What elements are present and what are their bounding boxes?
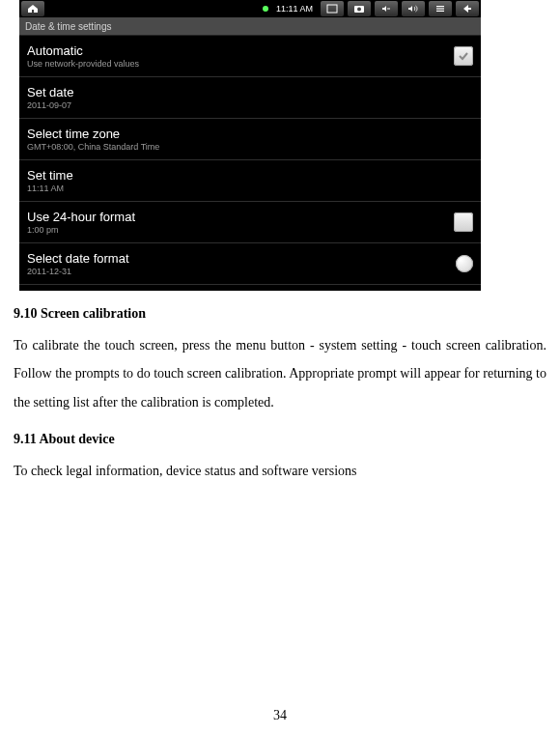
- row-set-date[interactable]: Set date 2011-09-07: [19, 77, 481, 119]
- settings-title-bar: Date & time settings: [19, 17, 481, 36]
- svg-rect-6: [436, 11, 444, 12]
- row-sub: 2011-12-31: [27, 267, 129, 276]
- row-24hour[interactable]: Use 24-hour format 1:00 pm: [19, 202, 481, 243]
- svg-point-2: [357, 8, 361, 12]
- row-sub: 2011-09-07: [27, 100, 73, 110]
- camera-icon: [353, 4, 365, 14]
- home-icon: [27, 4, 39, 14]
- camera-button[interactable]: [348, 1, 371, 16]
- svg-rect-0: [327, 5, 337, 13]
- home-button[interactable]: [21, 1, 44, 16]
- para-911: To check legal information, device statu…: [14, 457, 546, 485]
- menu-icon: [434, 4, 446, 14]
- row-set-time[interactable]: Set time 11:11 AM: [19, 160, 481, 202]
- row-sub: Use network-provided values: [27, 59, 139, 69]
- row-time-zone[interactable]: Select time zone GMT+08:00, China Standa…: [19, 119, 481, 160]
- row-title: Use 24-hour format: [27, 210, 135, 224]
- vol-up-button[interactable]: [402, 1, 425, 16]
- clock: 11:11 AM: [272, 4, 317, 14]
- row-automatic[interactable]: Automatic Use network-provided values: [19, 36, 481, 77]
- status-dot-icon: [263, 6, 268, 12]
- svg-rect-3: [387, 9, 390, 10]
- settings-title: Date & time settings: [25, 21, 111, 32]
- heading-910: 9.10 Screen calibration: [14, 306, 546, 322]
- status-bar: 11:11 AM: [19, 0, 481, 17]
- rect-icon: [326, 4, 338, 14]
- checkbox-automatic[interactable]: [454, 46, 473, 66]
- back-arrow-icon: [462, 4, 473, 14]
- speaker-minus-icon: [380, 4, 392, 14]
- row-sub: 1:00 pm: [27, 225, 135, 235]
- vol-down-button[interactable]: [375, 1, 398, 16]
- page-number: 34: [0, 708, 560, 723]
- row-title: Select time zone: [27, 127, 159, 141]
- heading-911: 9.11 About device: [14, 432, 546, 447]
- back-button[interactable]: [456, 1, 479, 16]
- row-sub: GMT+08:00, China Standard Time: [27, 142, 159, 152]
- checkbox-24hour[interactable]: [454, 212, 473, 232]
- row-sub: 11:11 AM: [27, 184, 73, 193]
- radio-date-format[interactable]: [456, 255, 473, 272]
- settings-screenshot: 11:11 AM: [19, 0, 481, 291]
- row-title: Automatic: [27, 43, 139, 58]
- para-910: To calibrate the touch screen, press the…: [14, 331, 546, 416]
- svg-rect-5: [436, 8, 444, 9]
- row-title: Select date format: [27, 251, 129, 266]
- row-title: Set date: [27, 85, 73, 99]
- row-date-format[interactable]: Select date format 2011-12-31: [19, 243, 481, 285]
- check-icon: [457, 49, 470, 63]
- speaker-plus-icon: [407, 4, 419, 14]
- svg-rect-4: [436, 6, 444, 7]
- menu-button[interactable]: [429, 1, 452, 16]
- screenshot-button[interactable]: [321, 1, 344, 16]
- row-title: Set time: [27, 168, 73, 183]
